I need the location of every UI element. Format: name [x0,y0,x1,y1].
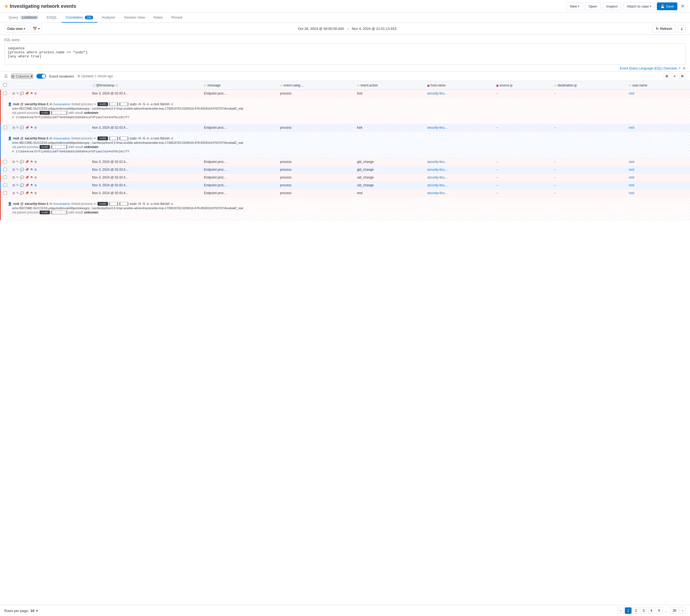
th-event-action[interactable]: 🏷event.action [354,81,425,90]
comment-icon[interactable]: 💬 [20,126,24,130]
tab-correlation[interactable]: Correlation 200 [61,13,98,23]
open-button[interactable]: Open [585,2,601,10]
save-time-button[interactable]: ⤓ [678,25,686,32]
eql-overview-link[interactable]: Event Query Language (EQL) Overview ↗ [620,66,681,70]
row-checkbox[interactable] [3,160,7,163]
comment-icon[interactable]: 💬 [20,160,24,164]
edit-icon[interactable]: ✎ [16,191,19,195]
edit-icon[interactable]: ✎ [16,176,19,179]
pin-icon[interactable]: 📌 [25,191,29,195]
bookmark-icon[interactable]: ⚑ [30,160,33,164]
edit-icon[interactable]: ✎ [16,168,19,172]
th-source-ip[interactable]: ▣source.ip [493,81,551,90]
edit-icon[interactable]: ✎ [16,126,19,130]
prev-page-button[interactable]: ‹ [618,608,624,614]
tab-analyzer[interactable]: Analyzer [98,13,120,23]
bookmark-icon[interactable]: ⚑ [30,183,33,187]
bookmark-icon[interactable]: ⚑ [30,168,33,172]
user-cell[interactable]: root [626,182,690,190]
hostname-cell[interactable]: security-linu… [425,90,493,98]
page-2-button[interactable]: 2 [633,608,639,614]
settings-icon[interactable]: ⚙ [683,66,686,70]
th-message[interactable]: 🏷message [201,81,277,90]
comment-icon[interactable]: 💬 [20,183,24,187]
pin-icon[interactable]: 📌 [25,176,29,179]
hostname-cell[interactable]: security-linu… [425,174,493,182]
more-icon[interactable]: ⊕ [34,168,37,172]
bookmark-icon[interactable]: ⚑ [30,126,33,130]
th-destination-ip[interactable]: 🏷destination.ip [552,81,626,90]
new-button[interactable]: New ▾ [566,2,583,10]
settings-button[interactable]: ⚙ [679,73,686,79]
bookmark-icon[interactable]: ⚑ [30,176,33,179]
date-start[interactable]: Oct 28, 2024 @ 00:00:00.000 [298,27,344,31]
more-icon[interactable]: ⊕ [34,183,37,187]
comment-icon[interactable]: 💬 [20,191,24,195]
row-checkbox[interactable] [3,91,7,95]
close-button[interactable]: ✕ [680,2,686,10]
th-host-name[interactable]: ▣host.name [425,81,493,90]
inspect-button[interactable]: Inspect [603,2,621,10]
row-checkbox[interactable] [3,191,7,195]
grid-view-button[interactable]: ⊞ [664,73,670,79]
edit-icon[interactable]: ✎ [16,91,19,95]
row-checkbox[interactable] [3,126,7,129]
pin-icon[interactable]: 📌 [25,126,29,130]
user-cell[interactable]: root [626,166,690,174]
attach-to-case-button[interactable]: Attach to case ▾ [623,2,655,10]
hostname-cell[interactable]: security-linu… [425,190,493,197]
hostname-cell[interactable]: security-linu… [425,124,493,132]
hostname-cell[interactable]: security-linu… [425,166,493,174]
more-icon[interactable]: ⊕ [34,191,37,195]
expand-icon[interactable]: ⊞ [13,168,15,172]
page-4-button[interactable]: 4 [648,608,655,614]
pin-icon[interactable]: 📌 [25,183,29,187]
th-event-category[interactable]: 🏷event.categ… [277,81,354,90]
tab-esql[interactable]: ES|QL [43,13,61,23]
refresh-button[interactable]: ↻ Refresh [652,25,676,32]
tab-session-view[interactable]: Session View [120,13,149,23]
expand-icon[interactable]: ⊞ [13,126,15,130]
th-user-name[interactable]: 🏷user.name [626,81,690,90]
user-cell[interactable]: root [626,158,690,166]
expand-icon[interactable]: ⊞ [13,183,15,187]
comment-icon[interactable]: 💬 [20,91,24,95]
page-3-button[interactable]: 3 [641,608,647,614]
rows-per-page-selector[interactable]: Rows per page: 10 ▾ [4,609,38,613]
columns-button[interactable]: ⊞ Columns 8 [11,74,33,79]
select-all-checkbox[interactable] [3,83,7,87]
th-timestamp[interactable]: 🕐@timestamp ⓘ [89,81,201,90]
tab-notes[interactable]: Notes [149,13,167,23]
date-end[interactable]: Nov 4, 2024 @ 21:01:13.815 [352,27,396,31]
bookmark-icon[interactable]: ⚑ [30,191,33,195]
row-checkbox[interactable] [3,168,7,171]
more-icon[interactable]: ⊕ [34,160,37,164]
next-page-button[interactable]: › [680,608,686,614]
pin-icon[interactable]: 📌 [25,168,29,172]
eql-query-editor[interactable]: sequence [process where process.name == … [4,43,686,65]
event-renderers-toggle[interactable] [36,74,46,79]
pin-icon[interactable]: 📌 [25,91,29,95]
data-view-button[interactable]: Data view ▾ [4,25,28,32]
edit-icon[interactable]: ✎ [16,183,19,187]
calendar-button[interactable]: 📅 ▾ [30,25,42,32]
page-5-button[interactable]: 5 [656,608,663,614]
page-1-button[interactable]: 1 [625,608,631,614]
more-icon[interactable]: ⊕ [34,126,37,130]
star-icon[interactable]: ★ [4,4,8,9]
expand-icon[interactable]: ⊞ [13,176,15,179]
user-cell[interactable]: root [626,124,690,132]
page-20-button[interactable]: 20 [670,608,679,614]
user-cell[interactable]: root [626,90,690,98]
user-cell[interactable]: root [626,190,690,197]
hostname-cell[interactable]: security-linu… [425,158,493,166]
comment-icon[interactable]: 💬 [20,168,24,172]
expand-icon[interactable]: ⊞ [13,91,15,95]
edit-icon[interactable]: ✎ [16,160,19,164]
comment-icon[interactable]: 💬 [20,176,24,179]
list-view-button[interactable]: ≡ [672,73,677,79]
row-checkbox[interactable] [3,183,7,187]
hostname-cell[interactable]: security-linu… [425,182,493,190]
pin-icon[interactable]: 📌 [25,160,29,164]
tab-pinned[interactable]: Pinned [167,13,186,23]
